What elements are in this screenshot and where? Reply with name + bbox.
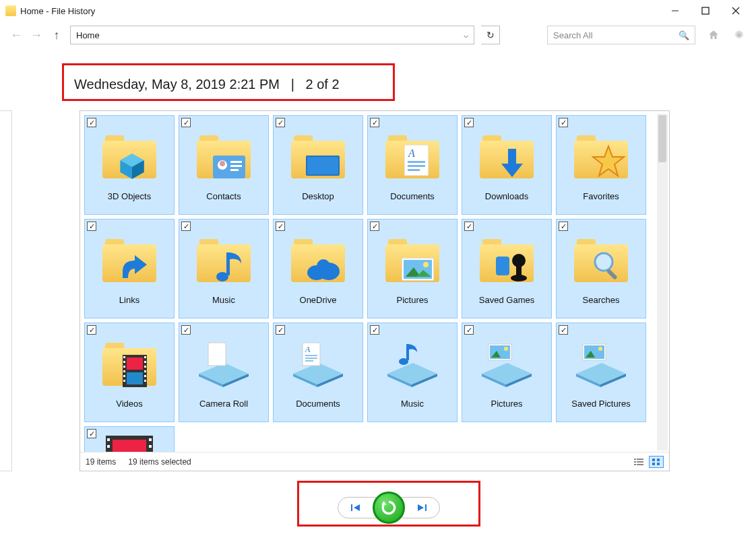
checkbox[interactable]: ✓	[87, 429, 96, 438]
checkbox[interactable]: ✓	[87, 222, 96, 231]
gear-icon[interactable]	[732, 28, 747, 42]
checkbox[interactable]: ✓	[87, 118, 96, 127]
search-icon: 🔍	[679, 30, 689, 40]
file-label: Saved Games	[479, 295, 534, 305]
file-item[interactable]: ✓ Music	[367, 323, 458, 422]
checkbox[interactable]: ✓	[370, 325, 379, 335]
back-button[interactable]: ←	[9, 28, 23, 42]
checkbox[interactable]: ✓	[559, 118, 568, 127]
file-icon	[193, 127, 254, 187]
file-item[interactable]: ✓	[84, 426, 175, 452]
checkbox[interactable]: ✓	[181, 118, 191, 127]
chevron-down-icon[interactable]: ⌵	[464, 30, 468, 40]
maximize-button[interactable]	[690, 1, 720, 21]
app-icon	[5, 5, 16, 16]
file-item[interactable]: ✓ Searches	[556, 219, 646, 318]
svg-rect-19	[408, 165, 425, 167]
scrollbar[interactable]	[657, 114, 668, 450]
file-item[interactable]: ✓ 3D Objects	[84, 115, 175, 215]
svg-rect-18	[408, 161, 425, 163]
file-item[interactable]: ✓ Saved Pictures	[556, 323, 646, 422]
checkbox[interactable]: ✓	[464, 325, 474, 335]
checkbox[interactable]: ✓	[181, 222, 191, 231]
svg-marker-72	[482, 363, 532, 384]
restore-button[interactable]	[373, 492, 405, 524]
left-panel-stub	[0, 110, 12, 471]
status-count: 19 items	[86, 457, 116, 467]
home-icon[interactable]	[706, 28, 721, 42]
svg-rect-103	[634, 464, 636, 465]
forward-button[interactable]: →	[30, 28, 43, 42]
file-item[interactable]: ✓ Saved Games	[462, 219, 552, 318]
checkbox[interactable]: ✓	[276, 222, 285, 231]
file-label: Pictures	[491, 399, 523, 409]
svg-rect-25	[226, 252, 230, 275]
file-item[interactable]: ✓ Downloads	[462, 115, 552, 215]
svg-rect-50	[144, 361, 146, 363]
svg-rect-39	[606, 269, 618, 280]
details-view-button[interactable]	[631, 456, 646, 468]
file-icon: A	[382, 127, 443, 187]
titlebar: Home - File History	[0, 0, 756, 22]
svg-rect-34	[496, 257, 509, 275]
svg-marker-23	[593, 146, 624, 176]
svg-text:A: A	[305, 345, 311, 354]
checkbox[interactable]: ✓	[559, 325, 568, 335]
file-icon	[99, 230, 160, 291]
file-item[interactable]: ✓ Favorites	[556, 115, 646, 215]
checkbox[interactable]: ✓	[370, 118, 379, 127]
file-icon: A	[288, 334, 348, 395]
svg-rect-99	[634, 459, 636, 460]
file-icon	[99, 434, 160, 452]
snapshot-timestamp: Wednesday, May 8, 2019 2:21 PM | 2 of 2	[74, 77, 340, 92]
file-label: Saved Pictures	[571, 399, 630, 409]
svg-rect-49	[144, 356, 146, 358]
file-item[interactable]: ✓ Pictures	[462, 323, 552, 422]
checkbox[interactable]: ✓	[181, 325, 191, 335]
icons-view-button[interactable]	[649, 456, 664, 468]
file-item[interactable]: ✓ Links	[84, 219, 175, 318]
search-input[interactable]: Search All 🔍	[547, 26, 695, 44]
file-label: Documents	[390, 191, 435, 201]
svg-text:A: A	[408, 147, 415, 159]
checkbox[interactable]: ✓	[276, 325, 285, 335]
minimize-button[interactable]	[660, 1, 690, 21]
checkbox[interactable]: ✓	[276, 118, 285, 127]
file-item[interactable]: ✓ Pictures	[367, 219, 458, 318]
snapshot-page: 2 of 2	[306, 77, 340, 92]
refresh-button[interactable]: ↻	[481, 26, 500, 44]
svg-rect-43	[123, 356, 125, 358]
checkbox[interactable]: ✓	[370, 222, 379, 231]
svg-rect-94	[149, 438, 152, 441]
file-item[interactable]: ✓ Camera Roll	[179, 323, 269, 422]
checkbox[interactable]: ✓	[559, 222, 568, 231]
file-item[interactable]: ✓ A Documents	[273, 323, 363, 422]
checkbox[interactable]: ✓	[87, 325, 96, 335]
svg-rect-13	[230, 169, 239, 171]
svg-rect-45	[123, 366, 125, 368]
close-button[interactable]	[720, 1, 751, 21]
search-placeholder: Search All	[553, 30, 593, 40]
file-item[interactable]: ✓ OneDrive	[273, 219, 363, 318]
file-item[interactable]: ✓ Desktop	[273, 115, 363, 215]
file-label: Desktop	[302, 191, 334, 201]
file-label: OneDrive	[300, 295, 337, 305]
file-item[interactable]: ✓ Contacts	[179, 115, 269, 215]
checkbox[interactable]: ✓	[464, 118, 474, 127]
history-nav	[305, 487, 473, 528]
svg-rect-15	[307, 157, 338, 174]
svg-rect-1	[702, 7, 709, 14]
svg-rect-106	[657, 459, 660, 461]
file-item[interactable]: ✓ A Documents	[367, 115, 458, 215]
svg-rect-53	[144, 375, 146, 377]
file-icon	[99, 334, 160, 395]
file-item[interactable]: ✓ Videos	[84, 323, 175, 422]
up-button[interactable]: ↑	[50, 28, 63, 42]
file-item[interactable]: ✓ Music	[179, 219, 269, 318]
svg-marker-55	[199, 363, 249, 384]
scrollbar-thumb[interactable]	[658, 115, 666, 162]
file-icon	[288, 127, 348, 187]
file-grid-area: ✓ 3D Objects ✓ Contacts ✓ Desktop ✓ A Do…	[80, 110, 670, 471]
checkbox[interactable]: ✓	[464, 222, 474, 231]
address-bar[interactable]: Home ⌵	[70, 26, 474, 44]
